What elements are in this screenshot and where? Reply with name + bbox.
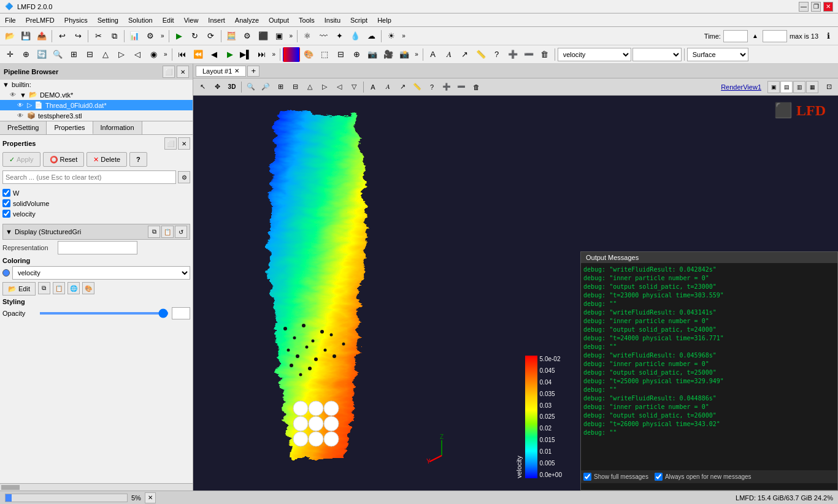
opacity-value-input[interactable]: 1 xyxy=(172,307,190,319)
time-input2[interactable]: 12 xyxy=(763,30,787,42)
display-paste-button[interactable]: 📋 xyxy=(161,226,174,238)
tb2-zoom[interactable]: 🔍 xyxy=(50,47,65,62)
tab-information[interactable]: Information xyxy=(93,121,142,134)
tb2-text1[interactable]: A xyxy=(426,47,440,62)
checkbox-velocity-input[interactable] xyxy=(2,210,10,218)
open-button[interactable]: 📂 xyxy=(2,29,17,44)
vt-3d[interactable]: 3D xyxy=(225,80,239,94)
horiz-scroll-thumb[interactable] xyxy=(1,485,20,490)
vt-ann3[interactable]: ↗ xyxy=(396,80,409,94)
tb2-last[interactable]: ⏭ xyxy=(255,47,269,62)
menu-edit[interactable]: Edit xyxy=(158,15,179,25)
tb2-minus[interactable]: ⊟ xyxy=(82,47,97,62)
tb2-play2[interactable]: ▶ xyxy=(223,47,237,62)
layout-add-button[interactable]: + xyxy=(247,66,259,77)
delete-button[interactable]: ✕ Delete xyxy=(86,152,127,167)
save-button[interactable]: 💾 xyxy=(18,29,33,44)
tb2-rotate[interactable]: 🔄 xyxy=(34,47,49,62)
vt-ann1[interactable]: A xyxy=(366,80,380,94)
cloud-button[interactable]: ☁ xyxy=(364,29,379,44)
replay-button[interactable]: ⟳ xyxy=(204,29,218,44)
show-full-messages-label[interactable]: Show full messages xyxy=(583,473,648,481)
menu-tools[interactable]: Tools xyxy=(294,15,320,25)
vt-add[interactable]: ➕ xyxy=(440,80,453,94)
tb2-select[interactable]: ✛ xyxy=(2,47,17,62)
tb2-cam2[interactable]: 🎥 xyxy=(381,47,396,62)
toolbar1-more[interactable]: » xyxy=(159,32,166,39)
pipeline-item-demo[interactable]: 👁 ▼ 📂 DEMO.vtk* xyxy=(0,90,193,100)
pipeline-item-thread[interactable]: 👁 ▷ 📄 Thread_0Fluid0.dat* xyxy=(0,100,193,110)
prop-float-button[interactable]: ⬜ xyxy=(164,137,177,150)
info-button[interactable]: ℹ xyxy=(821,29,836,44)
drop-button[interactable]: 💧 xyxy=(348,29,363,44)
vt-btn7[interactable]: ◁ xyxy=(333,80,346,94)
status-stop-button[interactable]: ✕ xyxy=(145,492,156,503)
tb2-sub[interactable]: ➖ xyxy=(521,47,536,62)
thread-eye-icon[interactable]: 👁 xyxy=(17,102,23,109)
coloring-copy-button[interactable]: ⧉ xyxy=(38,282,50,294)
star-button[interactable]: ✦ xyxy=(332,29,347,44)
save2-button[interactable]: 📤 xyxy=(34,29,49,44)
vt-sub[interactable]: ➖ xyxy=(455,80,468,94)
tb2-right[interactable]: ▷ xyxy=(114,47,129,62)
vt-maximize[interactable]: ⊡ xyxy=(822,80,836,94)
menu-physics[interactable]: Physics xyxy=(60,15,93,25)
show-full-messages-checkbox[interactable] xyxy=(583,473,591,481)
menu-view[interactable]: View xyxy=(179,15,204,25)
menu-output[interactable]: Output xyxy=(264,15,294,25)
menu-file[interactable]: File xyxy=(0,15,21,25)
vt-ann5[interactable]: ? xyxy=(425,80,439,94)
tb2-add[interactable]: ➕ xyxy=(505,47,520,62)
checkbox-solidvolume-input[interactable] xyxy=(2,199,10,207)
menu-setting[interactable]: Setting xyxy=(93,15,123,25)
render-viewport[interactable]: ⬛ LFD Z Y velocity 5 xyxy=(193,96,838,491)
always-open-checkbox[interactable] xyxy=(655,473,663,481)
tb2-cam1[interactable]: 📷 xyxy=(365,47,380,62)
coloring-scene-button[interactable]: 🌐 xyxy=(67,282,80,294)
menu-help[interactable]: Help xyxy=(372,15,396,25)
toolbar1-more3[interactable]: » xyxy=(400,32,407,39)
opacity-slider[interactable] xyxy=(40,312,168,315)
time-input1[interactable]: 12 xyxy=(723,30,748,42)
menu-analyze[interactable]: Analyze xyxy=(230,15,264,25)
atom-button[interactable]: ⚛ xyxy=(300,29,315,44)
search-settings-button[interactable]: ⚙ xyxy=(178,171,190,183)
vt-ann4[interactable]: 📏 xyxy=(410,80,424,94)
search-input[interactable] xyxy=(2,170,176,184)
wave-button[interactable]: 〰 xyxy=(316,29,331,44)
tb2-prev[interactable]: ⏪ xyxy=(191,47,206,62)
display-refresh-button[interactable]: ↺ xyxy=(175,226,187,238)
cube-button[interactable]: ⬛ xyxy=(256,29,271,44)
tb2-first[interactable]: ⏮ xyxy=(175,47,190,62)
toolbar1-more2[interactable]: » xyxy=(288,32,295,39)
tb2-del[interactable]: 🗑 xyxy=(537,47,552,62)
colormap-dropdown[interactable] xyxy=(632,48,682,61)
vt-btn4[interactable]: ⊟ xyxy=(288,80,302,94)
surface-dropdown[interactable]: Surface Wireframe Points xyxy=(687,48,748,61)
tb2-triangle[interactable]: △ xyxy=(98,47,113,62)
pipeline-float-button[interactable]: ⬜ xyxy=(163,66,175,78)
menu-insert[interactable]: Insert xyxy=(203,15,230,25)
tb2-text2[interactable]: 𝐴 xyxy=(442,47,456,62)
vt-ann2[interactable]: 𝐴 xyxy=(381,80,394,94)
tab-properties[interactable]: Properties xyxy=(47,121,93,134)
vt-select[interactable]: ↖ xyxy=(196,80,209,94)
layout-split-h[interactable]: ▤ xyxy=(780,81,793,93)
tb-btn-gear[interactable]: ⚙ xyxy=(143,29,158,44)
refresh-button[interactable]: ↻ xyxy=(188,29,202,44)
tb2-circle[interactable]: ◉ xyxy=(146,47,161,62)
undo-button[interactable]: ↩ xyxy=(55,29,69,44)
tb2-arrow[interactable]: ↗ xyxy=(458,47,472,62)
edit-coloring-button[interactable]: 📂 Edit xyxy=(2,282,36,296)
tb2-color2[interactable]: 🎨 xyxy=(301,47,316,62)
vt-btn3[interactable]: ⊞ xyxy=(274,80,287,94)
apply-button[interactable]: ✓ Apply xyxy=(2,152,40,167)
layout-tab-1-close[interactable]: ✕ xyxy=(234,67,239,74)
display-copy-button[interactable]: ⧉ xyxy=(148,226,160,238)
render-view-label[interactable]: RenderView1 xyxy=(721,83,761,91)
layout-quad[interactable]: ▦ xyxy=(806,81,818,93)
tb2-select2[interactable]: ⊕ xyxy=(18,47,33,62)
menu-insitu[interactable]: Insitu xyxy=(320,15,345,25)
coloring-dropdown[interactable]: velocity W solidVolume xyxy=(12,266,190,280)
sphere-eye-icon[interactable]: 👁 xyxy=(17,112,23,119)
